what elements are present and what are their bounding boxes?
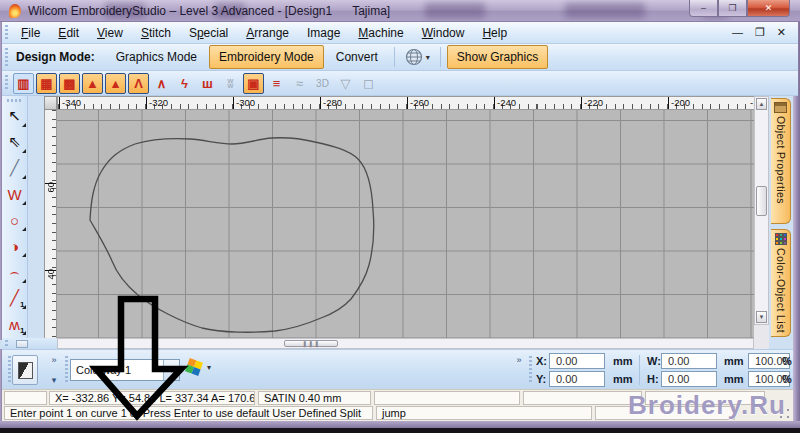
app-flame-icon bbox=[9, 4, 21, 18]
tab-color-object-list[interactable]: Color-Object List bbox=[771, 229, 791, 337]
menu-item[interactable]: View bbox=[88, 23, 132, 43]
status-stitch-type: SATIN 0.40 mm bbox=[258, 391, 371, 405]
scroll-down-arrow[interactable]: ▼ bbox=[756, 311, 767, 323]
y-field[interactable]: 0.00 bbox=[549, 371, 605, 387]
horizontal-scroll-thumb[interactable]: ❚❚❚ bbox=[284, 340, 338, 347]
trim-icon[interactable]: ▽ bbox=[335, 73, 356, 94]
toolbar-overflow-more[interactable]: ▾ bbox=[48, 376, 60, 385]
vertical-scrollbar[interactable]: ▲ ▼ bbox=[754, 96, 769, 325]
tatami-fill-icon[interactable]: ▩ bbox=[59, 73, 80, 94]
background-blur bbox=[565, 3, 645, 18]
toolbox-overflow-button[interactable] bbox=[16, 340, 28, 348]
annotation-arrow bbox=[88, 293, 190, 421]
feather-fill-icon[interactable]: ▴ bbox=[105, 73, 126, 94]
stitch-icons: ▥ ▦ ▩ ▲ ▴ Λ ∧ ϟ ш ʬ ▣ ≡ ≈ 3D ▽ ◻ bbox=[12, 73, 380, 94]
window-controls: – ❐ ✕ bbox=[689, 0, 790, 17]
x-field[interactable]: 0.00 bbox=[549, 353, 605, 369]
basket-icon[interactable]: ◻ bbox=[358, 73, 379, 94]
tab-object-properties[interactable]: Object Properties bbox=[771, 98, 791, 224]
watermark: Broidery.Ru bbox=[628, 390, 786, 421]
embroidery-mode-button[interactable]: Embroidery Mode bbox=[209, 45, 324, 69]
maximize-button[interactable]: ❐ bbox=[718, 0, 747, 17]
toolbar-overflow-chevron[interactable]: » bbox=[513, 356, 525, 365]
color-object-list-icon bbox=[775, 233, 787, 245]
screen-edge bbox=[0, 428, 800, 433]
vertical-ruler: 6040 bbox=[44, 110, 57, 338]
menu-item[interactable]: Window bbox=[413, 23, 474, 43]
reshape-tool[interactable]: ⇖ bbox=[3, 130, 27, 154]
menu-item[interactable]: Special bbox=[180, 23, 237, 43]
menu-item[interactable]: Arrange bbox=[237, 23, 298, 43]
zigzag-input-tool[interactable]: ʍ1 bbox=[3, 312, 27, 336]
program-split-icon[interactable]: ▣ bbox=[243, 73, 264, 94]
menu-items: File Edit View Stitch Special Arrange Im… bbox=[12, 23, 516, 43]
3d-effect-icon[interactable]: 3D bbox=[312, 73, 333, 94]
w-field[interactable]: 0.00 bbox=[661, 353, 717, 369]
menu-item[interactable]: Help bbox=[473, 23, 516, 43]
convert-button[interactable]: Convert bbox=[326, 45, 388, 69]
h-unit: mm bbox=[724, 373, 744, 385]
tree-fill-icon[interactable]: Λ bbox=[128, 73, 149, 94]
satin-lines-icon[interactable]: ≡ bbox=[266, 73, 287, 94]
select-tool[interactable]: ↖ bbox=[3, 104, 27, 128]
e-stitch-icon[interactable]: ш bbox=[197, 73, 218, 94]
ruler-origin-button[interactable] bbox=[44, 96, 57, 110]
closed-shape-tool[interactable]: ○ bbox=[3, 208, 27, 232]
run-input-tool[interactable]: ╱1 bbox=[3, 286, 27, 310]
bitmap-button[interactable] bbox=[12, 355, 38, 385]
stipple-stitch-icon[interactable]: ʬ bbox=[220, 73, 241, 94]
contour-stitch-icon[interactable]: ∧ bbox=[151, 73, 172, 94]
applique-tool[interactable]: ◑ bbox=[3, 234, 27, 258]
toolbar-drag-handle[interactable] bbox=[5, 48, 8, 66]
minimize-button[interactable]: – bbox=[689, 0, 718, 17]
status-panel bbox=[374, 391, 520, 405]
stitch-toolbar: ▥ ▦ ▩ ▲ ▴ Λ ∧ ϟ ш ʬ ▣ ≡ ≈ 3D ▽ ◻ bbox=[2, 71, 798, 96]
mdi-close-icon[interactable]: ✕ bbox=[777, 25, 786, 39]
window-border-bottom bbox=[0, 421, 800, 428]
h-field[interactable]: 0.00 bbox=[661, 371, 717, 387]
close-button[interactable]: ✕ bbox=[747, 0, 790, 17]
ruler-tick-label: -340 bbox=[60, 97, 81, 108]
toolbox-overflow-strip bbox=[2, 338, 57, 349]
menu-item[interactable]: File bbox=[12, 23, 49, 43]
x-unit: mm bbox=[613, 355, 633, 367]
toolbar-drag-handle[interactable] bbox=[5, 75, 8, 92]
zigzag-stitch-icon[interactable]: ϟ bbox=[174, 73, 195, 94]
show-graphics-button[interactable]: Show Graphics bbox=[447, 45, 548, 69]
flame-fill-icon[interactable]: ▲ bbox=[82, 73, 103, 94]
open-shape-tool[interactable]: ⌢ bbox=[3, 260, 27, 284]
vertical-scroll-thumb[interactable] bbox=[756, 186, 767, 216]
toolbar-drag-handle[interactable] bbox=[7, 99, 22, 102]
hoop-globe-button[interactable]: ▾ bbox=[400, 46, 435, 68]
toolbar-overflow-chevron[interactable]: » bbox=[48, 356, 60, 365]
menu-item[interactable]: Stitch bbox=[132, 23, 180, 43]
menu-item[interactable]: Image bbox=[298, 23, 349, 43]
toolbar-separator bbox=[639, 355, 640, 385]
ruler-tick-label: -220 bbox=[582, 97, 603, 108]
knife-tool[interactable]: ╱ bbox=[3, 156, 27, 180]
lettering-tool[interactable]: W bbox=[3, 182, 27, 206]
toolbar-drag-handle[interactable] bbox=[529, 356, 532, 384]
run-stitch-icon[interactable]: ▥ bbox=[13, 73, 34, 94]
y-label: Y: bbox=[536, 373, 546, 385]
toolbar-drag-handle[interactable] bbox=[8, 356, 11, 384]
scrollbar-corner bbox=[754, 325, 769, 349]
graphics-mode-button[interactable]: Graphics Mode bbox=[106, 45, 207, 69]
percent-label: % bbox=[782, 355, 792, 367]
satin-fill-icon[interactable]: ▦ bbox=[36, 73, 57, 94]
toolbox: ↖ ⇖ ╱ W ○ ◑ ⌢ bbox=[2, 96, 28, 340]
toolbar-drag-handle[interactable] bbox=[5, 25, 8, 40]
scroll-up-arrow[interactable]: ▲ bbox=[756, 98, 767, 110]
horizontal-ruler: -340-320-300-280-260-240-220-200-18 bbox=[57, 96, 754, 110]
toolbar-drag-handle[interactable] bbox=[5, 340, 8, 348]
colorway-palette-button[interactable]: ▾ bbox=[187, 360, 211, 374]
toolbar-drag-handle[interactable] bbox=[65, 356, 68, 384]
menu-item[interactable]: Edit bbox=[49, 23, 88, 43]
window-title: Wilcom EmbroideryStudio – Level 3 Advanc… bbox=[28, 4, 390, 18]
menu-item[interactable]: Machine bbox=[349, 23, 412, 43]
chevron-down-icon: ▾ bbox=[426, 53, 430, 62]
wave-effect-icon[interactable]: ≈ bbox=[289, 73, 310, 94]
tab-label: Color-Object List bbox=[775, 248, 787, 333]
mdi-restore-icon[interactable]: ❐ bbox=[755, 25, 765, 39]
mdi-minimize-icon[interactable]: — bbox=[732, 25, 743, 39]
